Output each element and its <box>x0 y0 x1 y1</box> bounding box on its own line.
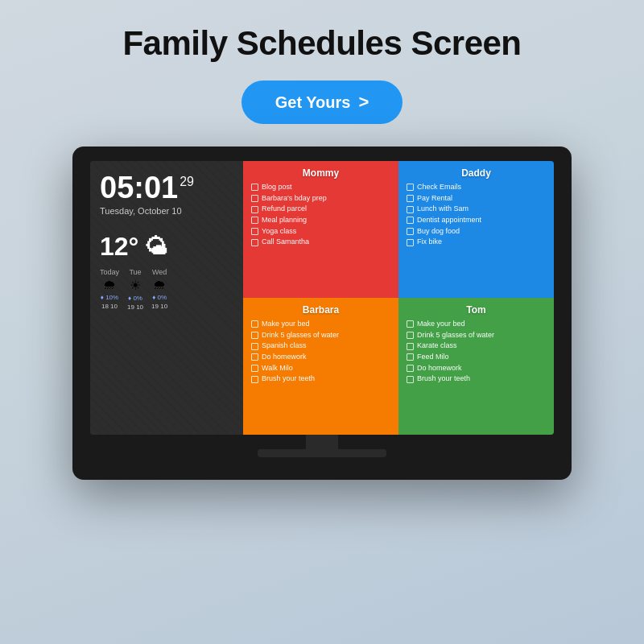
list-item: Barbara's bday prep <box>251 194 390 204</box>
checkbox-icon <box>407 332 414 339</box>
task-text: Make your bed <box>417 320 465 329</box>
weather-area: 12° 🌤 Today 🌧 ♦ 10% 18 10 Tue <box>100 232 233 311</box>
task-text: Meal planning <box>262 216 307 225</box>
checkbox-icon <box>251 320 258 328</box>
task-text: Dentist appointment <box>417 216 481 225</box>
list-item: Brush your teeth <box>407 374 546 384</box>
checkbox-icon <box>251 184 258 191</box>
forecast-today-range: 18 10 <box>101 303 118 310</box>
tv-screen: 05:01 29 Tuesday, October 10 12° 🌤 Toda <box>90 161 554 435</box>
page-content: Family Schedules Screen Get Yours > 05:0… <box>0 0 644 480</box>
forecast-today-label: Today <box>100 268 119 276</box>
task-text: Feed Milo <box>417 353 449 362</box>
checkbox-icon <box>407 239 414 246</box>
mommy-name: Mommy <box>251 167 390 179</box>
checkbox-icon <box>251 332 258 339</box>
task-text: Pay Rental <box>417 194 452 204</box>
task-text: Walk Milo <box>262 364 293 374</box>
checkbox-icon <box>251 206 258 213</box>
list-item: Spanish class <box>251 341 390 351</box>
task-text: Barbara's bday prep <box>262 194 327 204</box>
task-text: Karate class <box>417 341 457 351</box>
list-item: Meal planning <box>251 216 390 225</box>
task-text: Make your bed <box>262 320 310 329</box>
task-text: Buy dog food <box>417 227 460 237</box>
tv-base <box>258 449 386 457</box>
weather-temp: 12° 🌤 <box>100 232 233 262</box>
mommy-cell: Mommy Blog post Barbara's bday prep Refu… <box>243 161 398 298</box>
list-item: Karate class <box>407 341 546 351</box>
forecast-today-precip: ♦ 10% <box>101 294 118 301</box>
checkbox-icon <box>407 195 414 202</box>
list-item: Drink 5 glasses of water <box>251 331 390 341</box>
list-item: Feed Milo <box>407 353 546 362</box>
temperature: 12° <box>100 232 138 262</box>
task-text: Do homework <box>417 364 462 374</box>
forecast-tue-precip: ♦ 0% <box>128 295 142 302</box>
left-panel: 05:01 29 Tuesday, October 10 12° 🌤 Toda <box>90 161 243 435</box>
forecast-wed: Wed 🌧 ♦ 0% 19 10 <box>151 268 167 311</box>
checkbox-icon <box>251 376 258 383</box>
list-item: Yoga class <box>251 227 390 237</box>
checkbox-icon <box>407 343 414 350</box>
list-item: Walk Milo <box>251 364 390 374</box>
checkbox-icon <box>251 365 258 372</box>
clock-date: Tuesday, October 10 <box>100 206 233 216</box>
list-item: Blog post <box>251 183 390 192</box>
list-item: Fix bike <box>407 237 546 247</box>
task-text: Brush your teeth <box>262 374 315 384</box>
checkbox-icon <box>251 195 258 202</box>
chevron-icon: > <box>358 92 369 113</box>
page-title: Family Schedules Screen <box>122 24 521 63</box>
list-item: Do homework <box>407 364 546 374</box>
checkbox-icon <box>251 228 258 235</box>
task-text: Drink 5 glasses of water <box>417 331 494 341</box>
forecast-wed-range: 19 10 <box>151 303 167 310</box>
forecast-wed-label: Wed <box>152 268 167 276</box>
tv-stand <box>90 435 554 457</box>
task-text: Call Samantha <box>262 237 309 247</box>
checkbox-icon <box>407 320 414 328</box>
clock-area: 05:01 29 Tuesday, October 10 <box>100 172 233 216</box>
forecast-today-icon: 🌧 <box>103 278 116 292</box>
cta-label: Get Yours <box>275 93 351 112</box>
list-item: Dentist appointment <box>407 216 546 225</box>
tom-cell: Tom Make your bed Drink 5 glasses of wat… <box>398 298 554 435</box>
forecast-today: Today 🌧 ♦ 10% 18 10 <box>100 268 119 311</box>
schedule-grid: Mommy Blog post Barbara's bday prep Refu… <box>243 161 554 435</box>
checkbox-icon <box>407 353 414 361</box>
checkbox-icon <box>251 353 258 361</box>
tv-neck <box>306 435 338 449</box>
checkbox-icon <box>407 365 414 372</box>
forecast-wed-precip: ♦ 0% <box>152 294 167 301</box>
barbara-name: Barbara <box>251 304 390 316</box>
cta-button[interactable]: Get Yours > <box>242 80 403 124</box>
task-text: Drink 5 glasses of water <box>262 331 339 341</box>
task-text: Refund parcel <box>262 204 307 214</box>
list-item: Call Samantha <box>251 237 390 247</box>
forecast-tue-range: 19 10 <box>127 303 143 311</box>
task-text: Brush your teeth <box>417 374 470 384</box>
checkbox-icon <box>251 343 258 350</box>
weather-icon: 🌤 <box>145 233 167 260</box>
list-item: Lunch with Sam <box>407 204 546 214</box>
task-text: Yoga class <box>262 227 296 237</box>
list-item: Make your bed <box>407 320 546 329</box>
task-text: Check Emails <box>417 183 461 192</box>
barbara-cell: Barbara Make your bed Drink 5 glasses of… <box>243 298 398 435</box>
checkbox-icon <box>407 217 414 224</box>
forecast-tue: Tue ☀ ♦ 0% 19 10 <box>127 268 143 311</box>
tom-name: Tom <box>407 304 546 316</box>
forecast-tue-label: Tue <box>129 268 141 276</box>
task-text: Lunch with Sam <box>417 204 469 214</box>
checkbox-icon <box>407 184 414 191</box>
list-item: Buy dog food <box>407 227 546 237</box>
daddy-cell: Daddy Check Emails Pay Rental Lunch with… <box>398 161 554 298</box>
task-text: Blog post <box>262 183 292 192</box>
list-item: Check Emails <box>407 183 546 192</box>
checkbox-icon <box>407 228 414 235</box>
tv-frame: 05:01 29 Tuesday, October 10 12° 🌤 Toda <box>72 147 572 480</box>
tv-wrapper: 05:01 29 Tuesday, October 10 12° 🌤 Toda <box>72 147 572 480</box>
daddy-name: Daddy <box>407 167 546 179</box>
list-item: Drink 5 glasses of water <box>407 331 546 341</box>
